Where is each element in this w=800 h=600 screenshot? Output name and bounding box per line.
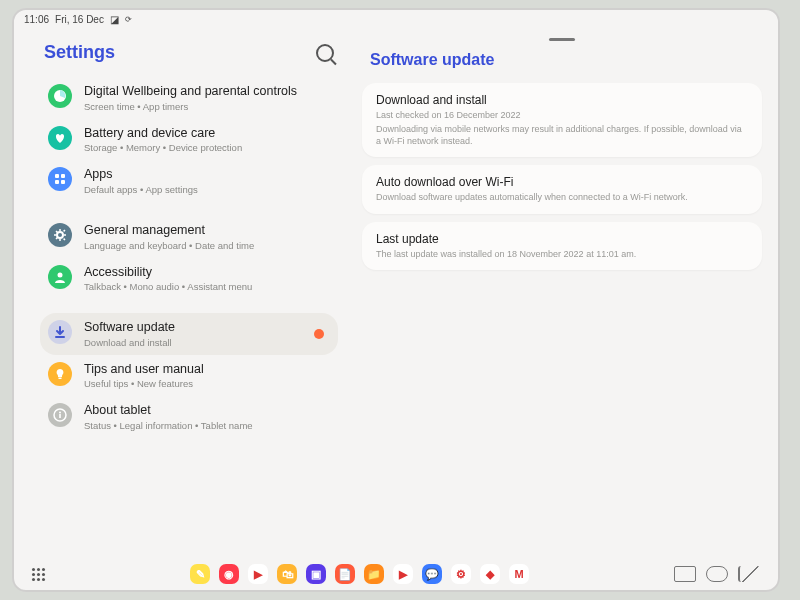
sidebar-item-digital-wellbeing-and-parental-controls[interactable]: Digital Wellbeing and parental controlsS… bbox=[40, 77, 338, 119]
status-date: Fri, 16 Dec bbox=[55, 14, 104, 25]
dock-app-3[interactable]: 🛍 bbox=[277, 564, 297, 584]
sidebar-item-sub: Default apps • App settings bbox=[84, 184, 198, 195]
nav-back[interactable] bbox=[738, 566, 760, 582]
dock-app-2[interactable]: ▶ bbox=[248, 564, 268, 584]
sidebar-item-sub: Talkback • Mono audio • Assistant menu bbox=[84, 281, 252, 292]
update-badge bbox=[314, 329, 324, 339]
card-sub: Downloading via mobile networks may resu… bbox=[376, 123, 748, 147]
nav-home[interactable] bbox=[706, 566, 728, 582]
svg-rect-7 bbox=[59, 377, 62, 379]
sidebar-item-label: General management bbox=[84, 223, 254, 239]
dock-app-5[interactable]: 📄 bbox=[335, 564, 355, 584]
svg-rect-1 bbox=[55, 174, 59, 178]
sidebar-item-sub: Useful tips • New features bbox=[84, 378, 204, 389]
gear-icon bbox=[48, 223, 72, 247]
status-icon: ⟳ bbox=[125, 15, 132, 24]
svg-point-6 bbox=[58, 272, 63, 277]
dock-app-9[interactable]: ⚙ bbox=[451, 564, 471, 584]
card-sub: Last checked on 16 December 2022 bbox=[376, 109, 748, 121]
status-bar: 11:06 Fri, 16 Dec ◪ ⟳ bbox=[12, 8, 780, 30]
sidebar-item-sub: Language and keyboard • Date and time bbox=[84, 240, 254, 251]
dock-app-6[interactable]: 📁 bbox=[364, 564, 384, 584]
heart-icon bbox=[48, 126, 72, 150]
svg-rect-2 bbox=[61, 174, 65, 178]
sidebar-item-accessibility[interactable]: AccessibilityTalkback • Mono audio • Ass… bbox=[40, 258, 338, 300]
dock-app-8[interactable]: 💬 bbox=[422, 564, 442, 584]
svg-point-9 bbox=[59, 412, 61, 414]
drag-handle[interactable] bbox=[549, 38, 575, 41]
sidebar-item-general-management[interactable]: General managementLanguage and keyboard … bbox=[40, 216, 338, 258]
page-title: Software update bbox=[362, 47, 762, 83]
sidebar-item-battery-and-device-care[interactable]: Battery and device careStorage • Memory … bbox=[40, 119, 338, 161]
sidebar-item-label: Digital Wellbeing and parental controls bbox=[84, 84, 297, 100]
svg-point-5 bbox=[57, 232, 63, 238]
status-time: 11:06 bbox=[24, 14, 49, 25]
svg-rect-10 bbox=[59, 414, 61, 418]
info-icon bbox=[48, 403, 72, 427]
card-auto-download-over-wi-fi[interactable]: Auto download over Wi-FiDownload softwar… bbox=[362, 165, 762, 213]
sidebar-item-label: About tablet bbox=[84, 403, 253, 419]
sidebar-item-sub: Status • Legal information • Tablet name bbox=[84, 420, 253, 431]
card-sub: The last update was installed on 18 Nove… bbox=[376, 248, 748, 260]
sidebar-item-label: Battery and device care bbox=[84, 126, 242, 142]
tablet-frame: 11:06 Fri, 16 Dec ◪ ⟳ Settings Digital W… bbox=[12, 8, 780, 592]
sidebar-item-software-update[interactable]: Software updateDownload and install bbox=[40, 313, 338, 355]
sidebar-item-tips-and-user-manual[interactable]: Tips and user manualUseful tips • New fe… bbox=[40, 355, 338, 397]
svg-rect-4 bbox=[61, 180, 65, 184]
dock-app-10[interactable]: ◆ bbox=[480, 564, 500, 584]
sidebar-item-sub: Storage • Memory • Device protection bbox=[84, 142, 242, 153]
sidebar-title: Settings bbox=[44, 42, 115, 63]
bulb-icon bbox=[48, 362, 72, 386]
card-title: Auto download over Wi-Fi bbox=[376, 175, 748, 189]
sidebar-item-label: Apps bbox=[84, 167, 198, 183]
card-download-and-install[interactable]: Download and installLast checked on 16 D… bbox=[362, 83, 762, 157]
pie-icon bbox=[48, 84, 72, 108]
settings-sidebar: Settings Digital Wellbeing and parental … bbox=[12, 30, 352, 556]
dock-app-0[interactable]: ✎ bbox=[190, 564, 210, 584]
svg-rect-3 bbox=[55, 180, 59, 184]
sidebar-item-label: Software update bbox=[84, 320, 175, 336]
search-icon[interactable] bbox=[316, 44, 334, 62]
sidebar-item-sub: Screen time • App timers bbox=[84, 101, 297, 112]
card-sub: Download software updates automatically … bbox=[376, 191, 748, 203]
app-drawer-icon[interactable] bbox=[32, 568, 45, 581]
grid-icon bbox=[48, 167, 72, 191]
arrow-icon bbox=[48, 320, 72, 344]
card-title: Last update bbox=[376, 232, 748, 246]
sidebar-item-label: Accessibility bbox=[84, 265, 252, 281]
dock-app-11[interactable]: M bbox=[509, 564, 529, 584]
nav-recents[interactable] bbox=[674, 566, 696, 582]
sidebar-item-about-tablet[interactable]: About tabletStatus • Legal information •… bbox=[40, 396, 338, 438]
dock: ✎◉▶🛍▣📄📁▶💬⚙◆M bbox=[12, 556, 780, 592]
sidebar-item-apps[interactable]: AppsDefault apps • App settings bbox=[40, 160, 338, 202]
card-last-update[interactable]: Last updateThe last update was installed… bbox=[362, 222, 762, 270]
sidebar-item-label: Tips and user manual bbox=[84, 362, 204, 378]
status-icon: ◪ bbox=[110, 14, 119, 25]
dock-app-7[interactable]: ▶ bbox=[393, 564, 413, 584]
person-icon bbox=[48, 265, 72, 289]
card-title: Download and install bbox=[376, 93, 748, 107]
sidebar-item-sub: Download and install bbox=[84, 337, 175, 348]
dock-app-1[interactable]: ◉ bbox=[219, 564, 239, 584]
dock-app-4[interactable]: ▣ bbox=[306, 564, 326, 584]
main-panel: Software update Download and installLast… bbox=[352, 30, 780, 556]
